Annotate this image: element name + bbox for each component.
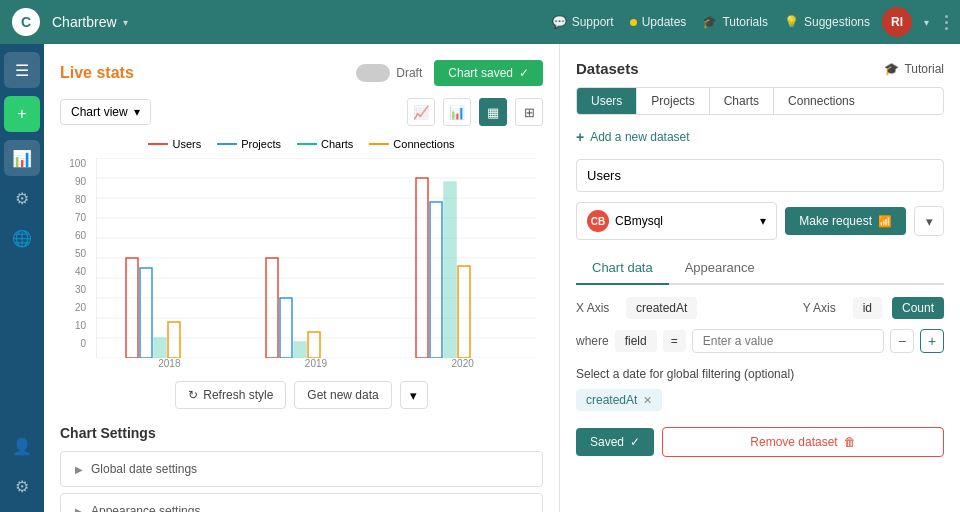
saved-check-icon: ✓ xyxy=(630,435,640,449)
chart-svg xyxy=(96,158,536,358)
bar-chart-button[interactable]: 📊 xyxy=(443,98,471,126)
legend-users: Users xyxy=(148,138,201,150)
where-remove-button[interactable]: − xyxy=(890,329,914,353)
add-dataset-button[interactable]: + Add a new dataset xyxy=(576,125,944,149)
y-axis-label: Y Axis xyxy=(803,301,843,315)
line-chart-button[interactable]: 📈 xyxy=(407,98,435,126)
svg-rect-21 xyxy=(430,202,442,358)
action-row: Saved ✓ Remove dataset 🗑 xyxy=(576,427,944,457)
table-chart-button[interactable]: ⊞ xyxy=(515,98,543,126)
chart-buttons: ↻ Refresh style Get new data ▾ xyxy=(60,381,543,409)
date-filter-tag: createdAt ✕ xyxy=(576,389,662,411)
draft-toggle-switch[interactable] xyxy=(356,64,390,82)
date-filter-row: createdAt ✕ xyxy=(576,389,944,411)
legend-charts: Charts xyxy=(297,138,353,150)
chart-wrapper: 100 90 80 70 60 50 40 30 20 10 0 xyxy=(60,158,543,369)
sidebar-settings-icon[interactable]: ⚙ xyxy=(4,180,40,216)
chart-view-select[interactable]: Chart view ▾ xyxy=(60,99,151,125)
svg-rect-15 xyxy=(168,322,180,358)
refresh-style-button[interactable]: ↻ Refresh style xyxy=(175,381,286,409)
live-stats-header: Live stats Draft Chart saved ✓ xyxy=(60,60,543,86)
live-stats-title: Live stats xyxy=(60,64,134,82)
global-date-settings-header[interactable]: ▶ Global date settings xyxy=(61,452,542,486)
chart-view-label: Chart view xyxy=(71,105,128,119)
chart-saved-button[interactable]: Chart saved ✓ xyxy=(434,60,543,86)
more-options[interactable] xyxy=(945,15,948,30)
draft-toggle-section: Draft xyxy=(356,64,422,82)
global-date-settings-section: ▶ Global date settings xyxy=(60,451,543,487)
dataset-name-input[interactable] xyxy=(576,159,944,192)
dataset-tabs: Users Projects Charts Connections xyxy=(576,87,944,115)
svg-rect-16 xyxy=(266,258,278,358)
legend-connections-label: Connections xyxy=(393,138,454,150)
y-axis-id-tag[interactable]: id xyxy=(853,297,882,319)
chart-data-tab[interactable]: Chart data xyxy=(576,252,669,285)
logo: C xyxy=(12,8,40,36)
datasets-header: Datasets 🎓 Tutorial xyxy=(576,60,944,77)
draft-label: Draft xyxy=(396,66,422,80)
x-axis-row: X Axis createdAt Y Axis id Count xyxy=(576,297,944,319)
legend-charts-dot xyxy=(297,143,317,145)
date-filter-remove[interactable]: ✕ xyxy=(643,394,652,407)
connection-row: CB CBmysql ▾ Make request 📶 ▾ xyxy=(576,202,944,240)
wifi-icon: 📶 xyxy=(878,215,892,228)
legend-projects-label: Projects xyxy=(241,138,281,150)
add-icon: + xyxy=(576,129,584,145)
suggestions-link[interactable]: 💡 Suggestions xyxy=(784,15,870,29)
request-dropdown-button[interactable]: ▾ xyxy=(914,206,944,236)
svg-rect-23 xyxy=(458,266,470,358)
remove-dataset-button[interactable]: Remove dataset 🗑 xyxy=(662,427,944,457)
left-panel: Live stats Draft Chart saved ✓ Chart vie… xyxy=(44,44,560,512)
legend-users-dot xyxy=(148,143,168,145)
where-value-input[interactable] xyxy=(692,329,884,353)
get-new-data-button[interactable]: Get new data xyxy=(294,381,391,409)
where-add-button[interactable]: + xyxy=(920,329,944,353)
sidebar-add-icon[interactable]: + xyxy=(4,96,40,132)
tab-users[interactable]: Users xyxy=(577,88,637,114)
svg-rect-12 xyxy=(126,258,138,358)
tutorial-icon: 🎓 xyxy=(884,62,899,76)
y-axis-count-tag[interactable]: Count xyxy=(892,297,944,319)
x-axis-label: X Axis xyxy=(576,301,616,315)
sidebar-gear-icon[interactable]: ⚙ xyxy=(4,468,40,504)
connection-icon: CB xyxy=(587,210,609,232)
updates-link[interactable]: Updates xyxy=(630,15,687,29)
where-label: where xyxy=(576,334,609,348)
date-filter-label: Select a date for global filtering (opti… xyxy=(576,367,944,381)
tutorial-link[interactable]: 🎓 Tutorial xyxy=(884,62,944,76)
sidebar-user-icon[interactable]: 👤 xyxy=(4,428,40,464)
appearance-settings-header[interactable]: ▶ Appearance settings xyxy=(61,494,542,512)
sidebar-menu-icon[interactable]: ☰ xyxy=(4,52,40,88)
legend-connections-dot xyxy=(369,143,389,145)
chart-settings-title: Chart Settings xyxy=(60,425,543,441)
appearance-tab[interactable]: Appearance xyxy=(669,252,771,285)
legend-connections: Connections xyxy=(369,138,454,150)
saved-button[interactable]: Saved ✓ xyxy=(576,428,654,456)
chart-view-arrow: ▾ xyxy=(134,105,140,119)
grouped-bar-button[interactable]: ▦ xyxy=(479,98,507,126)
data-tabs: Chart data Appearance xyxy=(576,252,944,285)
support-link[interactable]: 💬 Support xyxy=(552,15,614,29)
sidebar-globe-icon[interactable]: 🌐 xyxy=(4,220,40,256)
chart-legend: Users Projects Charts Connections xyxy=(60,138,543,150)
refresh-icon: ↻ xyxy=(188,388,198,402)
tab-projects[interactable]: Projects xyxy=(637,88,709,114)
svg-rect-20 xyxy=(416,178,428,358)
where-field[interactable]: field xyxy=(615,330,657,352)
svg-rect-19 xyxy=(308,332,320,358)
tab-connections[interactable]: Connections xyxy=(774,88,869,114)
brand-selector[interactable]: Chartbrew ▾ xyxy=(52,14,128,30)
right-panel: Datasets 🎓 Tutorial Users Projects Chart… xyxy=(560,44,960,512)
avatar[interactable]: RI xyxy=(882,7,912,37)
connection-select[interactable]: CB CBmysql ▾ xyxy=(576,202,777,240)
legend-projects: Projects xyxy=(217,138,281,150)
tutorials-link[interactable]: 🎓 Tutorials xyxy=(702,15,768,29)
connection-arrow: ▾ xyxy=(760,214,766,228)
get-data-dropdown[interactable]: ▾ xyxy=(400,381,428,409)
sidebar-charts-icon[interactable]: 📊 xyxy=(4,140,40,176)
make-request-button[interactable]: Make request 📶 xyxy=(785,207,906,235)
datasets-title: Datasets xyxy=(576,60,639,77)
tab-charts[interactable]: Charts xyxy=(710,88,774,114)
legend-charts-label: Charts xyxy=(321,138,353,150)
where-row: where field = − + xyxy=(576,329,944,353)
